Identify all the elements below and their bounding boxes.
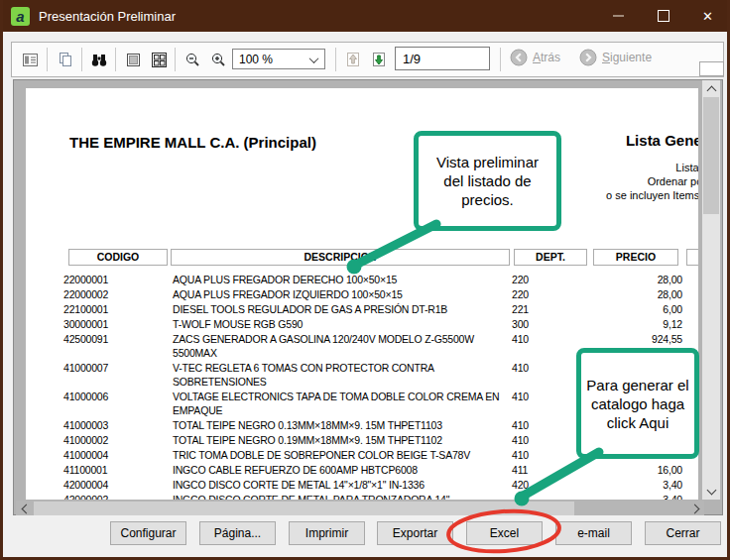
table-row: 42000004 INGCO DISCO CORTE DE METAL 14"×… xyxy=(63,478,698,492)
cell-descripcion: VOLTAGE ELECTRONICS TAPA DE TOMA DOBLE C… xyxy=(173,390,512,417)
scroll-up-button[interactable] xyxy=(702,80,720,97)
maximize-button[interactable] xyxy=(641,0,685,32)
scroll-down-button[interactable] xyxy=(702,483,720,500)
chevron-right-icon xyxy=(689,504,699,513)
cell-descripcion: DIESEL TOOLS REGULADOR DE GAS A PRESIÓN … xyxy=(173,302,512,316)
table-row: 22000002 AQUA PLUS FREGADOR IZQUIERDO 10… xyxy=(63,287,698,301)
cell-codigo: 41000006 xyxy=(63,390,173,417)
table-row: 41100001 INGCO CABLE REFUERZO DE 600AMP … xyxy=(63,463,698,477)
cell-dept: 220 xyxy=(512,273,581,286)
configurar-button[interactable]: Configurar xyxy=(110,521,186,545)
scroll-right-button[interactable] xyxy=(687,501,704,516)
zoom-level-value: 100 % xyxy=(239,53,273,66)
next-button[interactable]: Siguiente xyxy=(579,49,652,66)
zoom-out-icon xyxy=(184,52,201,68)
cell-descripcion: TOTAL TEIPE NEGRO 0.19MM×18MM×9. 15M THP… xyxy=(173,433,512,447)
cell-precio: 28,00 xyxy=(581,273,682,286)
cell-dept: 410 xyxy=(512,418,581,432)
footer-bar: Configurar Página... Imprimir Exportar E… xyxy=(3,515,727,557)
page-up-button[interactable] xyxy=(341,48,365,71)
excel-button[interactable]: Excel xyxy=(466,521,543,545)
single-page-view-button[interactable] xyxy=(121,48,145,71)
vertical-scrollbar-thumb[interactable] xyxy=(703,97,719,214)
scroll-left-button[interactable] xyxy=(16,501,33,516)
column-header-descripcion: DESCRIPCION xyxy=(171,249,510,266)
window-title: Presentación Preliminar xyxy=(39,9,596,24)
zoom-out-button[interactable] xyxy=(181,48,204,71)
cell-dept xyxy=(512,493,581,500)
toolbar-corner-box xyxy=(699,61,724,76)
cell-codigo: 41000007 xyxy=(63,361,173,389)
cell-codigo: 22100001 xyxy=(63,302,173,316)
cell-dept: 410 xyxy=(512,361,581,389)
column-header-precio: PRECIO xyxy=(593,249,678,266)
preview-window: a Presentación Preliminar ✕ xyxy=(0,0,730,560)
cell-descripcion: T-WOLF MOUSE RGB G590 xyxy=(173,317,512,331)
table-row: 30000001 T-WOLF MOUSE RGB G590 300 9,12 xyxy=(63,317,698,331)
cell-descripcion: TRIC TOMA DOBLE DE SOBREPONER COLOR BEIG… xyxy=(173,448,512,462)
table-row: 42000002 INGCO DISCO CORTE DE METAL PARA… xyxy=(63,493,698,500)
copy-page-icon xyxy=(57,52,73,68)
cell-descripcion: ZACS GENERADOR A GASOLINA 120/240V MODEL… xyxy=(173,332,512,360)
cell-dept: 410 xyxy=(512,332,581,360)
exportar-button[interactable]: Exportar xyxy=(377,521,453,545)
page-down-button[interactable] xyxy=(367,48,391,71)
table-row: 22000001 AQUA PLUS FREGADOR DERECHO 100×… xyxy=(63,273,698,286)
maximize-icon xyxy=(658,10,669,22)
zoom-in-button[interactable] xyxy=(206,48,230,71)
imprimir-button[interactable]: Imprimir xyxy=(289,521,365,545)
email-button[interactable]: e-mail xyxy=(555,521,632,545)
zoom-level-combobox[interactable]: 100 % xyxy=(232,49,325,69)
close-button[interactable]: ✕ xyxy=(685,0,730,32)
cell-descripcion: INGCO DISCO CORTE DE METAL PARA TRONZADO… xyxy=(173,493,512,500)
column-header-moneda: M xyxy=(686,249,698,266)
cell-descripcion: INGCO CABLE REFUERZO DE 600AMP HBTCP6008 xyxy=(173,463,512,477)
cell-precio: 16,00 xyxy=(581,463,682,477)
cell-codigo: 42500091 xyxy=(63,332,173,360)
vertical-scrollbar[interactable] xyxy=(702,80,720,500)
cell-dept: 300 xyxy=(512,317,581,331)
column-header-dept: DEPT. xyxy=(514,249,587,266)
app-logo-icon: a xyxy=(11,7,30,26)
minimize-icon xyxy=(613,15,624,17)
cell-codigo: 41000002 xyxy=(63,433,173,447)
single-page-view-icon xyxy=(125,52,142,68)
back-button[interactable]: Atrás xyxy=(510,49,560,66)
multi-page-view-button[interactable] xyxy=(147,48,171,71)
chevron-up-icon xyxy=(706,85,716,95)
cell-codigo: 41000004 xyxy=(63,448,173,462)
cell-precio: 3,40 xyxy=(581,493,682,500)
cell-precio: 9,12 xyxy=(581,317,682,331)
company-title: THE EMPIRE MALL C.A. (Principal) xyxy=(69,134,316,151)
cell-descripcion: AQUA PLUS FREGADOR IZQUIERDO 100×50×15 xyxy=(173,287,512,301)
cell-dept: 410 xyxy=(512,390,581,417)
cell-dept: 220 xyxy=(512,287,581,301)
chevron-down-icon xyxy=(309,54,319,63)
window-controls: ✕ xyxy=(596,0,730,32)
cell-dept: 410 xyxy=(512,433,581,447)
cell-descripcion: INGCO DISCO CORTE DE METAL 14"×1/8"×1" I… xyxy=(173,478,512,492)
back-label: Atrás xyxy=(533,51,560,64)
horizontal-scrollbar[interactable] xyxy=(16,501,704,516)
cell-precio: 28,00 xyxy=(581,287,682,301)
cell-codigo: 22000002 xyxy=(63,287,173,301)
table-row: 22100001 DIESEL TOOLS REGULADOR DE GAS A… xyxy=(63,302,698,316)
pagina-button[interactable]: Página... xyxy=(199,521,276,545)
cell-dept: 420 xyxy=(512,478,581,492)
close-icon: ✕ xyxy=(702,9,713,24)
find-button[interactable] xyxy=(87,48,111,71)
page-number-input[interactable] xyxy=(395,47,490,70)
cell-codigo: 42000004 xyxy=(63,478,173,492)
page-up-icon xyxy=(344,51,362,68)
zoom-in-icon xyxy=(210,52,227,68)
cerrar-button[interactable]: Cerrar xyxy=(645,521,721,545)
horizontal-scrollbar-thumb[interactable] xyxy=(34,502,574,515)
copy-page-button[interactable] xyxy=(53,48,76,71)
cell-codigo: 41100001 xyxy=(63,463,173,477)
cell-dept: 221 xyxy=(512,302,581,316)
chevron-down-icon xyxy=(706,485,716,495)
cell-codigo: 42000002 xyxy=(63,493,173,500)
minimize-button[interactable] xyxy=(596,0,641,32)
report-options-icon xyxy=(22,52,39,68)
report-options-button[interactable] xyxy=(18,48,42,71)
